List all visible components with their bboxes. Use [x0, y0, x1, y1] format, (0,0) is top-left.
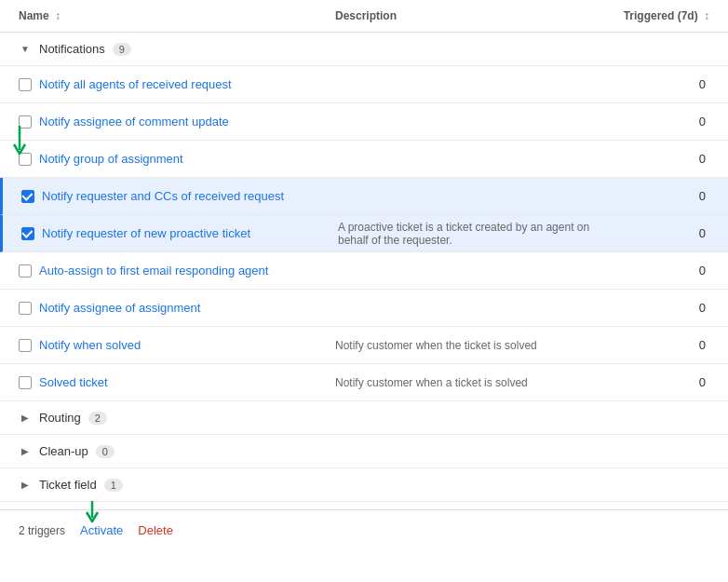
table-row: Solved ticket Notify customer when a tic… [0, 364, 728, 401]
section-routing[interactable]: ▶ Routing 2 [0, 401, 728, 435]
row-checkbox[interactable] [21, 190, 34, 203]
delete-button[interactable]: Delete [138, 523, 173, 537]
trigger-link[interactable]: Solved ticket [39, 375, 108, 389]
trigger-link[interactable]: Notify group of assignment [39, 152, 183, 166]
row-triggered-cell: 0 [607, 189, 709, 203]
cleanup-badge: 0 [96, 445, 115, 458]
row-checkbox[interactable] [21, 227, 34, 240]
row-triggered-cell: 0 [607, 301, 709, 315]
row-checkbox[interactable] [19, 376, 32, 389]
col-desc-header: Description [335, 9, 607, 22]
table-row: Notify requester and CCs of received req… [0, 178, 728, 215]
table-row: Notify when solved Notify customer when … [0, 327, 728, 364]
row-desc-cell: Notify customer when a ticket is solved [335, 376, 607, 389]
green-arrow-icon [9, 126, 30, 159]
col-name-header: Name ↕ [19, 9, 335, 22]
trigger-link[interactable]: Auto-assign to first email responding ag… [39, 264, 268, 277]
row-name-cell: Notify assignee of comment update [19, 115, 335, 129]
section-cleanup-label: Clean-up [39, 444, 88, 458]
section-ticket-field[interactable]: ▶ Ticket field 1 [0, 468, 728, 502]
table-row: Notify assignee of comment update 0 [0, 103, 728, 141]
trigger-count: 2 triggers [19, 524, 65, 537]
row-checkbox[interactable] [19, 264, 32, 277]
row-name-cell: Solved ticket [19, 375, 335, 389]
row-name-cell: Notify all agents of received request [19, 77, 335, 91]
bottom-bar: 2 triggers Activate Delete [0, 509, 728, 550]
section-cleanup[interactable]: ▶ Clean-up 0 [0, 435, 728, 468]
section-notifications[interactable]: ▼ Notifications 9 [0, 33, 728, 66]
trigger-link[interactable]: Notify assignee of assignment [39, 301, 200, 315]
trigger-link[interactable]: Notify requester of new proactive ticket [42, 226, 250, 240]
row-triggered-cell: 0 [607, 338, 709, 352]
row-triggered-cell: 0 [607, 375, 709, 389]
trigger-link[interactable]: Notify when solved [39, 338, 141, 352]
row-triggered-cell: 0 [607, 77, 709, 91]
table-header: Name ↕ Description Triggered (7d) ↕ [0, 0, 728, 33]
col-triggered-header: Triggered (7d) ↕ [607, 9, 709, 22]
section-routing-label: Routing [39, 411, 81, 425]
section-ticket-field-label: Ticket field [39, 478, 97, 492]
row-checkbox[interactable] [19, 339, 32, 352]
row-checkbox[interactable] [19, 78, 32, 91]
row-name-cell: Notify group of assignment [19, 152, 335, 166]
row-desc-cell: A proactive ticket is a ticket created b… [338, 221, 607, 247]
chevron-right-icon: ▶ [19, 445, 32, 458]
trigger-link[interactable]: Notify assignee of comment update [39, 115, 229, 129]
row-desc-cell: Notify customer when the ticket is solve… [335, 339, 607, 352]
section-notifications-label: Notifications [39, 42, 105, 56]
trigger-link[interactable]: Notify all agents of received request [39, 77, 232, 91]
table-row: Notify requester of new proactive ticket… [0, 215, 728, 252]
routing-badge: 2 [88, 412, 107, 425]
row-triggered-cell: 0 [607, 264, 709, 277]
row-name-cell: Notify when solved [19, 338, 335, 352]
row-name-cell: Auto-assign to first email responding ag… [19, 264, 335, 277]
chevron-right-icon: ▶ [19, 479, 32, 492]
row-name-cell: Notify requester of new proactive ticket [21, 226, 338, 240]
green-arrow-activate-icon [82, 501, 102, 527]
ticket-field-badge: 1 [104, 479, 123, 492]
chevron-down-icon: ▼ [19, 43, 32, 56]
notifications-badge: 9 [113, 43, 131, 56]
table-row: Notify assignee of assignment 0 [0, 290, 728, 327]
table-row: Notify group of assignment 0 [0, 141, 728, 178]
row-name-cell: Notify assignee of assignment [19, 301, 335, 315]
row-triggered-cell: 0 [607, 152, 709, 166]
row-triggered-cell: 0 [607, 115, 709, 129]
row-checkbox[interactable] [19, 302, 32, 315]
table-row: Notify all agents of received request 0 [0, 66, 728, 103]
row-name-cell: Notify requester and CCs of received req… [21, 189, 338, 203]
chevron-right-icon: ▶ [19, 412, 32, 425]
page-container: Name ↕ Description Triggered (7d) ↕ ▼ No… [0, 0, 728, 550]
trigger-link[interactable]: Notify requester and CCs of received req… [42, 189, 284, 203]
row-triggered-cell: 0 [607, 226, 709, 240]
table-row: Auto-assign to first email responding ag… [0, 252, 728, 290]
